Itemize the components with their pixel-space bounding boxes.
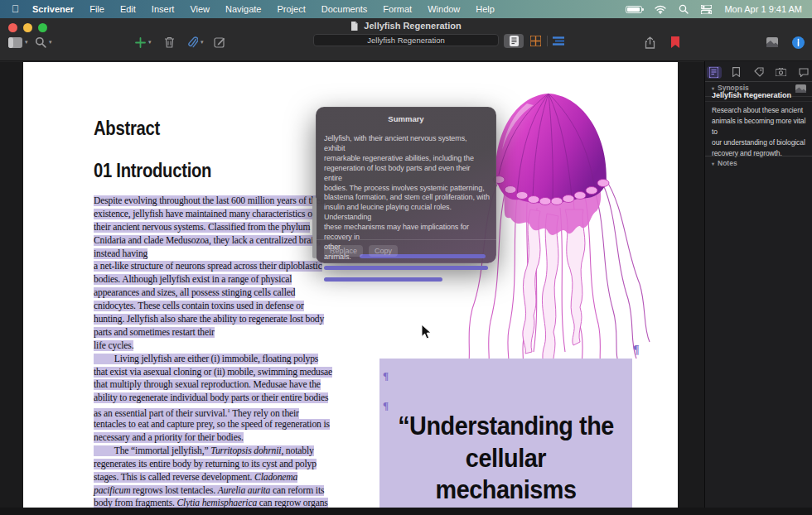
inspector-tab-snapshots-icon[interactable]: [774, 66, 789, 79]
text-line[interactable]: parts and sometimes restart their: [94, 326, 332, 339]
popup-divider: [316, 239, 496, 240]
text-line[interactable]: Despite evolving throughout the last 600…: [94, 195, 332, 208]
text-line[interactable]: hunting. Jellyfish also share the abilit…: [94, 313, 332, 326]
pull-quote-line: cellular mechanisms: [392, 442, 620, 506]
attachment-button[interactable]: ▾: [188, 35, 204, 50]
text-line[interactable]: ability to regenerate individual body pa…: [94, 392, 332, 405]
menu-items: ScrivenerFileEditInsertViewNavigateProje…: [32, 4, 495, 14]
summary-popup-body: Jellyfish, with their ancient nervous sy…: [324, 134, 490, 286]
notes-section-header[interactable]: ▾Notes: [712, 159, 737, 167]
text-line[interactable]: appearances and sizes, all possess sting…: [94, 286, 332, 300]
inspector-tab-synopsis-icon[interactable]: [707, 66, 722, 79]
text-line[interactable]: Cnidaria and clade Medusozoa, they lack …: [94, 234, 332, 248]
generation-progress-bar: [324, 277, 442, 282]
text-line[interactable]: bodies. Although jellyfish exist in a ra…: [94, 273, 332, 286]
menu-edit[interactable]: Edit: [120, 4, 136, 14]
menu-help[interactable]: Help: [476, 4, 495, 14]
menu-scrivener[interactable]: Scrivener: [32, 4, 74, 14]
battery-icon[interactable]: [626, 6, 642, 13]
pilcrow-mark: ¶: [383, 369, 389, 383]
generation-progress-bar: [324, 266, 488, 270]
menu-format[interactable]: Format: [383, 4, 412, 14]
text-line[interactable]: regenerates its entire body by returning…: [94, 458, 332, 471]
menu-view[interactable]: View: [190, 4, 210, 14]
summary-popup-title: Summary: [316, 114, 496, 123]
screen: { "menu_bar": { "items": ["Scrivener","F…: [0, 0, 812, 515]
pull-quote-text: “Understanding thecellular mechanismstha…: [392, 410, 620, 515]
body-text[interactable]: Despite evolving throughout the last 600…: [94, 195, 332, 510]
control-center-icon[interactable]: [701, 5, 712, 14]
text-line[interactable]: pacificum regrows lost tentacles. Aureli…: [94, 484, 332, 498]
popup-scrollbar[interactable]: [312, 197, 317, 258]
text-line[interactable]: their ancient nervous systems. Classifie…: [94, 221, 332, 234]
heading-abstract: Abstract: [94, 118, 160, 140]
text-line[interactable]: a net-like structure of neurons spread a…: [94, 260, 332, 273]
spotlight-search-icon[interactable]: [679, 4, 689, 14]
inspector-tab-comments-icon[interactable]: [796, 66, 811, 79]
menu-file[interactable]: File: [89, 4, 104, 14]
inspector-tab-metadata-icon[interactable]: [752, 66, 766, 79]
share-button[interactable]: [645, 35, 655, 50]
text-line[interactable]: necessary and a priority for their bodie…: [94, 431, 332, 445]
view-mode-separator: [547, 36, 548, 46]
inspector-info-button[interactable]: [792, 35, 805, 50]
pull-quote-line: “Understanding the: [392, 410, 620, 442]
quick-reference-button[interactable]: [766, 35, 778, 50]
summary-popup: Summary Jellyfish, with their ancient ne…: [316, 107, 496, 263]
trash-button[interactable]: [164, 35, 175, 50]
wifi-icon[interactable]: [655, 5, 666, 14]
window-title: Jellyfish Regeneration: [0, 21, 812, 31]
text-line[interactable]: The “immortal jellyfish,” Turritopsis do…: [94, 445, 332, 458]
replace-button[interactable]: Replace: [324, 245, 363, 257]
inspector-panel: ▾Synopsis Jellyfish Regeneration Researc…: [704, 61, 812, 515]
menu-insert[interactable]: Insert: [152, 4, 175, 14]
menu-navigate[interactable]: Navigate: [225, 4, 261, 14]
text-line[interactable]: stages. This is called reverse developme…: [94, 471, 332, 484]
apple-menu-icon[interactable]: : [12, 3, 19, 15]
window-bottom-edge: [0, 508, 812, 515]
text-line[interactable]: as an essential part of their survival.1…: [94, 405, 332, 418]
view-mode-corkboard-button[interactable]: [525, 34, 545, 48]
copy-button[interactable]: Copy: [369, 245, 398, 257]
pull-quote-block[interactable]: ¶ ¶ “Understanding thecellular mechanism…: [379, 359, 632, 515]
synopsis-image-icon[interactable]: [795, 84, 806, 93]
pilcrow-mark: ¶: [383, 399, 389, 412]
pilcrow-mark: ¶: [633, 344, 640, 357]
mouse-cursor: [421, 324, 432, 339]
text-line[interactable]: cnidocytes. These cells contain toxins u…: [94, 300, 332, 313]
binder-toggle-button[interactable]: ▾: [8, 35, 28, 50]
text-line[interactable]: existence, jellyfish have maintained man…: [94, 208, 332, 221]
bookmark-button[interactable]: [671, 35, 679, 50]
text-line[interactable]: instead having: [94, 248, 332, 261]
menu-window[interactable]: Window: [428, 4, 460, 14]
project-search-field[interactable]: Jellyfish Regeneration: [313, 34, 499, 46]
menu-documents[interactable]: Documents: [321, 4, 368, 14]
text-line[interactable]: tentacles to eat and capture prey, so th…: [94, 418, 332, 431]
text-line[interactable]: that multiply through sexual reproductio…: [94, 378, 332, 392]
view-mode-document-button[interactable]: [504, 34, 524, 48]
text-line[interactable]: life cycles.: [94, 339, 332, 353]
view-mode-outline-button[interactable]: [549, 34, 568, 48]
menu-clock[interactable]: Mon Apr 1 9:41 AM: [724, 4, 802, 14]
text-line[interactable]: that exist via asexual cloning or (ii) m…: [94, 366, 332, 379]
synopsis-text[interactable]: Research about these ancientanimals is b…: [712, 105, 812, 159]
inspector-tab-bookmarks-icon[interactable]: [729, 66, 744, 79]
heading-introduction: 01 Introduction: [94, 160, 211, 182]
add-item-button[interactable]: ▾: [135, 35, 152, 50]
synopsis-title[interactable]: Jellyfish Regeneration: [712, 91, 791, 99]
text-line[interactable]: Living jellyfish are either (i) immobile…: [94, 353, 332, 366]
compose-button[interactable]: [214, 35, 225, 50]
menu-project[interactable]: Project: [277, 4, 305, 14]
document-icon: [350, 22, 358, 31]
menu-bar:  ScrivenerFileEditInsertViewNavigatePro…: [0, 0, 812, 18]
toolbar-search-button[interactable]: ▾: [35, 35, 52, 50]
